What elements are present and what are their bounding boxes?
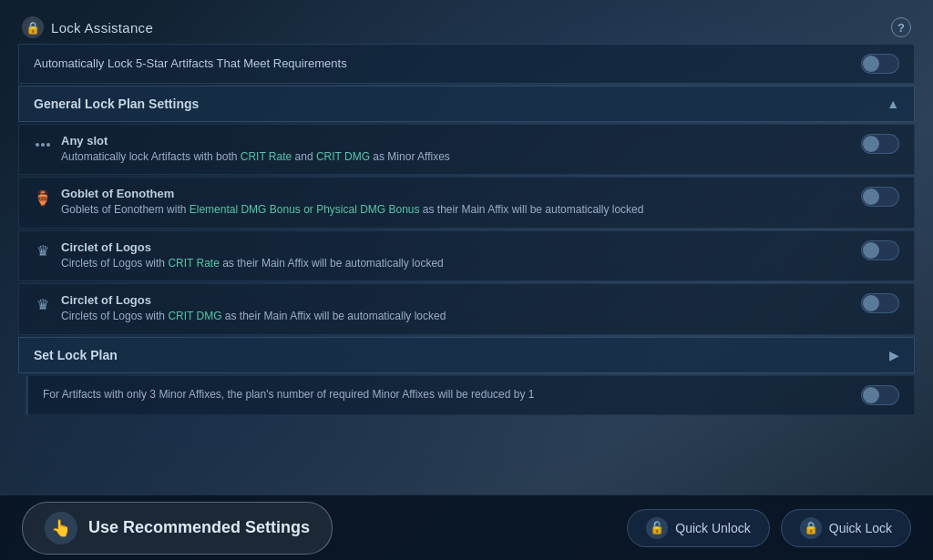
quick-unlock-label: Quick Unlock [675, 521, 750, 535]
circlet2-item: ♛ Circlet of Logos Circlets of Logos wit… [18, 283, 915, 334]
circlet2-toggle[interactable] [861, 293, 899, 313]
circlet1-desc: Circlets of Logos with CRIT Rate as thei… [61, 256, 850, 271]
goblet-item: 🏺 Goblet of Eonothem Goblets of Eonothem… [18, 177, 915, 228]
circlet2-desc: Circlets of Logos with CRIT DMG as their… [61, 309, 850, 324]
quick-unlock-button[interactable]: 🔓 Quick Unlock [627, 509, 769, 547]
quick-lock-label: Quick Lock [829, 521, 892, 535]
any-slot-title: Any slot [61, 134, 850, 148]
general-section-arrow: ▲ [887, 97, 899, 111]
any-slot-item: Any slot Automatically lock Artifacts wi… [18, 124, 915, 175]
quick-lock-button[interactable]: 🔒 Quick Lock [781, 509, 911, 547]
dialog-header: 🔒 Lock Assistance ? [18, 9, 915, 44]
general-section-header[interactable]: General Lock Plan Settings ▲ [18, 86, 915, 122]
auto-lock-toggle[interactable] [861, 54, 899, 74]
circlet2-title: Circlet of Logos [61, 293, 850, 307]
footer: 👆 Use Recommended Settings 🔓 Quick Unloc… [0, 494, 933, 560]
use-rec-icon: 👆 [45, 512, 77, 545]
goblet-toggle[interactable] [861, 187, 899, 207]
general-section-title: General Lock Plan Settings [34, 97, 199, 111]
footer-actions: 🔓 Quick Unlock 🔒 Quick Lock [627, 509, 911, 547]
goblet-desc: Goblets of Eonothem with Elemental DMG B… [61, 202, 850, 218]
set-lock-arrow: ▶ [889, 348, 899, 362]
set-lock-section-header[interactable]: Set Lock Plan ▶ [18, 337, 915, 373]
quick-unlock-icon: 🔓 [646, 517, 668, 539]
dialog-title: Lock Assistance [51, 20, 153, 36]
minor-affixes-toggle[interactable] [861, 385, 899, 405]
minor-affixes-row: For Artifacts with only 3 Minor Affixes,… [26, 375, 915, 415]
auto-lock-text: Automatically Lock 5-Star Artifacts That… [34, 56, 861, 72]
set-lock-title: Set Lock Plan [34, 348, 118, 362]
lock-icon: 🔒 [22, 16, 44, 38]
use-rec-label: Use Recommended Settings [88, 518, 310, 537]
goblet-title: Goblet of Eonothem [61, 187, 850, 200]
any-slot-desc: Automatically lock Artifacts with both C… [61, 149, 850, 165]
goblet-icon: 🏺 [34, 188, 52, 207]
any-slot-toggle[interactable] [861, 134, 899, 154]
any-slot-icon [34, 136, 52, 154]
circlet1-item: ♛ Circlet of Logos Circlets of Logos wit… [18, 230, 915, 281]
help-button[interactable]: ? [891, 17, 911, 37]
circlet1-title: Circlet of Logos [61, 240, 850, 254]
use-recommended-button[interactable]: 👆 Use Recommended Settings [22, 502, 333, 555]
circlet1-icon: ♛ [34, 242, 52, 260]
minor-affixes-text: For Artifacts with only 3 Minor Affixes,… [43, 387, 850, 402]
circlet1-toggle[interactable] [861, 240, 899, 260]
circlet2-icon: ♛ [34, 295, 52, 313]
auto-lock-row: Automatically Lock 5-Star Artifacts That… [18, 44, 915, 84]
quick-lock-icon: 🔒 [800, 517, 822, 539]
